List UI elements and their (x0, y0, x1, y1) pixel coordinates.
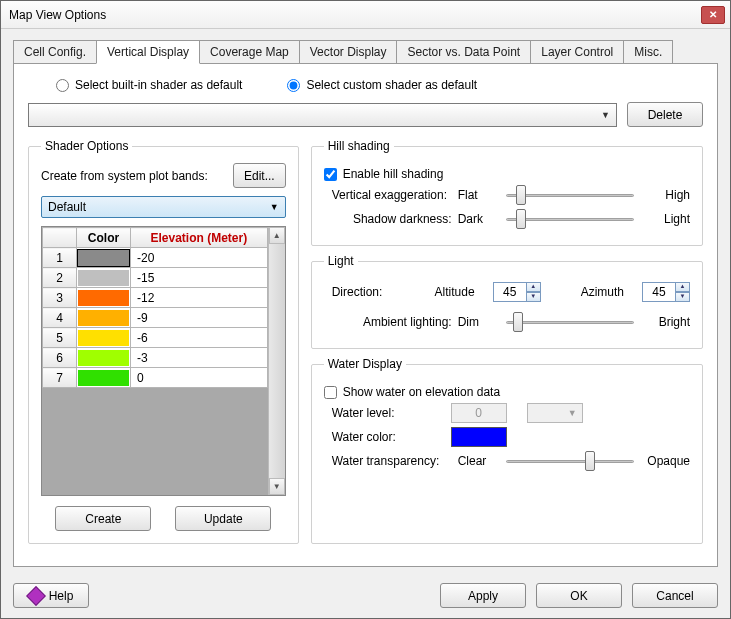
delete-button[interactable]: Delete (627, 102, 703, 127)
shadow-left-cap: Dark (458, 212, 494, 226)
altitude-label: Altitude (425, 285, 475, 299)
tab-vector-display[interactable]: Vector Display (299, 40, 398, 64)
show-water[interactable]: Show water on elevation data (324, 385, 500, 399)
water-trans-label: Water transparency: (324, 454, 452, 468)
radio-custom-shader[interactable]: Select custom shader as default (287, 78, 477, 92)
cancel-button[interactable]: Cancel (632, 583, 718, 608)
dialog-window: Map View Options ✕ Cell Config.Vertical … (0, 0, 731, 619)
scrollbar-vertical[interactable]: ▲ ▼ (268, 227, 285, 495)
elevation-cell[interactable]: 0 (131, 368, 268, 388)
elevation-cell[interactable]: -20 (131, 248, 268, 268)
water-legend: Water Display (324, 357, 406, 371)
row-number[interactable]: 6 (43, 348, 77, 368)
scroll-up-icon[interactable]: ▲ (269, 227, 285, 244)
row-number[interactable]: 1 (43, 248, 77, 268)
row-number[interactable]: 7 (43, 368, 77, 388)
custom-shader-select[interactable]: ▼ (28, 103, 617, 127)
altitude-input[interactable] (493, 282, 527, 302)
columns: Shader Options Create from system plot b… (28, 139, 703, 552)
altitude-spinner[interactable]: ▲▼ (493, 282, 541, 302)
plot-bands-combo[interactable]: Default ▼ (41, 196, 286, 218)
water-trans-left-cap: Clear (458, 454, 494, 468)
table-empty-area (42, 388, 268, 495)
vexag-label: Vertical exaggeration: (324, 188, 452, 202)
elevation-cell[interactable]: -6 (131, 328, 268, 348)
azimuth-spinner[interactable]: ▲▼ (642, 282, 690, 302)
light-legend: Light (324, 254, 358, 268)
table-row[interactable]: 5-6 (43, 328, 268, 348)
color-cell[interactable] (77, 348, 131, 368)
row-number[interactable]: 2 (43, 268, 77, 288)
ambient-slider[interactable] (506, 312, 634, 332)
table-row[interactable]: 2-15 (43, 268, 268, 288)
enable-hill-label: Enable hill shading (343, 167, 444, 181)
spin-down-icon[interactable]: ▼ (675, 292, 690, 302)
color-cell[interactable] (77, 268, 131, 288)
elevation-cell[interactable]: -9 (131, 308, 268, 328)
ambient-right-cap: Bright (646, 315, 690, 329)
color-cell[interactable] (77, 328, 131, 348)
create-from-label: Create from system plot bands: (41, 169, 225, 183)
ok-button[interactable]: OK (536, 583, 622, 608)
spin-up-icon[interactable]: ▲ (526, 282, 541, 292)
right-column: Hill shading Enable hill shading Vertica… (311, 139, 703, 552)
radio-custom-input[interactable] (287, 79, 300, 92)
create-button[interactable]: Create (55, 506, 151, 531)
vexag-slider[interactable] (506, 185, 634, 205)
row-number[interactable]: 5 (43, 328, 77, 348)
show-water-label: Show water on elevation data (343, 385, 500, 399)
shadow-right-cap: Light (646, 212, 690, 226)
color-cell[interactable] (77, 368, 131, 388)
close-button[interactable]: ✕ (701, 6, 725, 24)
table-row[interactable]: 3-12 (43, 288, 268, 308)
spin-up-icon[interactable]: ▲ (675, 282, 690, 292)
radio-builtin-label: Select built-in shader as default (75, 78, 242, 92)
edit-button[interactable]: Edit... (233, 163, 286, 188)
color-cell[interactable] (77, 308, 131, 328)
row-number[interactable]: 3 (43, 288, 77, 308)
col-header-color[interactable]: Color (77, 228, 131, 248)
table-row[interactable]: 4-9 (43, 308, 268, 328)
enable-hill-shading[interactable]: Enable hill shading (324, 167, 444, 181)
scroll-down-icon[interactable]: ▼ (269, 478, 285, 495)
radio-builtin-input[interactable] (56, 79, 69, 92)
color-cell[interactable] (77, 288, 131, 308)
elevation-cell[interactable]: -12 (131, 288, 268, 308)
spin-down-icon[interactable]: ▼ (526, 292, 541, 302)
apply-button[interactable]: Apply (440, 583, 526, 608)
elevation-cell[interactable]: -15 (131, 268, 268, 288)
tab-misc[interactable]: Misc. (623, 40, 673, 64)
water-level-label: Water level: (324, 406, 419, 420)
plot-bands-value: Default (48, 200, 86, 214)
tab-panel: Select built-in shader as default Select… (13, 63, 718, 567)
update-button[interactable]: Update (175, 506, 271, 531)
water-color-swatch[interactable] (451, 427, 507, 447)
tab-vertical-display[interactable]: Vertical Display (96, 40, 200, 64)
shadow-slider[interactable] (506, 209, 634, 229)
help-button[interactable]: Help (13, 583, 89, 608)
water-trans-slider[interactable] (506, 451, 634, 471)
tab-coverage-map[interactable]: Coverage Map (199, 40, 300, 64)
tab-sector-vs-data-point[interactable]: Sector vs. Data Point (396, 40, 531, 64)
water-level-units[interactable]: ▼ (527, 403, 583, 423)
table-row[interactable]: 70 (43, 368, 268, 388)
azimuth-input[interactable] (642, 282, 676, 302)
direction-label: Direction: (324, 285, 419, 299)
show-water-checkbox[interactable] (324, 386, 337, 399)
tab-cell-config[interactable]: Cell Config. (13, 40, 97, 64)
content-area: Cell Config.Vertical DisplayCoverage Map… (1, 29, 730, 575)
color-elevation-table[interactable]: Color Elevation (Meter) 1-202-153-124-95… (42, 227, 268, 388)
elevation-cell[interactable]: -3 (131, 348, 268, 368)
tab-layer-control[interactable]: Layer Control (530, 40, 624, 64)
table-row[interactable]: 1-20 (43, 248, 268, 268)
radio-builtin-shader[interactable]: Select built-in shader as default (56, 78, 242, 92)
vexag-right-cap: High (646, 188, 690, 202)
color-table-wrap: Color Elevation (Meter) 1-202-153-124-95… (41, 226, 286, 496)
table-row[interactable]: 6-3 (43, 348, 268, 368)
col-header-elevation[interactable]: Elevation (Meter) (131, 228, 268, 248)
color-cell[interactable] (77, 248, 131, 268)
water-color-label: Water color: (324, 430, 419, 444)
water-level-input[interactable]: 0 (451, 403, 507, 423)
enable-hill-checkbox[interactable] (324, 168, 337, 181)
row-number[interactable]: 4 (43, 308, 77, 328)
